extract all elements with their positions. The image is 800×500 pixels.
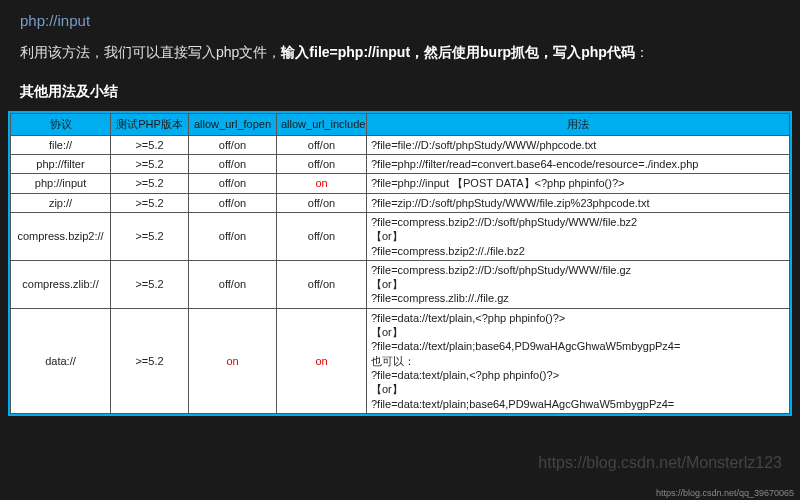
table-row: zip://>=5.2off/onoff/on?file=zip://D:/so… — [11, 193, 790, 212]
cell-include: off/on — [277, 135, 367, 154]
th-proto: 协议 — [11, 113, 111, 135]
cell-fopen: off/on — [189, 174, 277, 193]
table-row: compress.bzip2://>=5.2off/onoff/on?file=… — [11, 212, 790, 260]
cell-include: on — [277, 308, 367, 413]
cell-usage: ?file=php://filter/read=convert.base64-e… — [367, 155, 790, 174]
cell-fopen: off/on — [189, 193, 277, 212]
cell-usage: ?file=php://input 【POST DATA】<?php phpin… — [367, 174, 790, 193]
table-header-row: 协议 测试PHP版本 allow_url_fopen allow_url_inc… — [11, 113, 790, 135]
footer-url: https://blog.csdn.net/qq_39670065 — [656, 488, 794, 498]
cell-usage: ?file=zip://D:/soft/phpStudy/WWW/file.zi… — [367, 193, 790, 212]
cell-fopen: off/on — [189, 212, 277, 260]
table-row: file://>=5.2off/onoff/on?file=file://D:/… — [11, 135, 790, 154]
sub-heading: 其他用法及小结 — [20, 83, 780, 101]
cell-ver: >=5.2 — [111, 155, 189, 174]
cell-fopen: off/on — [189, 155, 277, 174]
protocol-table: 协议 测试PHP版本 allow_url_fopen allow_url_inc… — [10, 113, 790, 414]
cell-ver: >=5.2 — [111, 260, 189, 308]
table-row: php://input>=5.2off/onon?file=php://inpu… — [11, 174, 790, 193]
cell-include: off/on — [277, 193, 367, 212]
cell-proto: php://input — [11, 174, 111, 193]
intro-paragraph: 利用该方法，我们可以直接写入php文件，输入file=php://input，然… — [20, 41, 780, 65]
th-ver: 测试PHP版本 — [111, 113, 189, 135]
cell-ver: >=5.2 — [111, 135, 189, 154]
th-usage: 用法 — [367, 113, 790, 135]
cell-fopen: on — [189, 308, 277, 413]
cell-ver: >=5.2 — [111, 212, 189, 260]
para-text-1: 利用该方法，我们可以直接写入php文件， — [20, 44, 281, 60]
cell-proto: file:// — [11, 135, 111, 154]
cell-proto: zip:// — [11, 193, 111, 212]
cell-fopen: off/on — [189, 260, 277, 308]
cell-proto: compress.bzip2:// — [11, 212, 111, 260]
cell-ver: >=5.2 — [111, 308, 189, 413]
table-row: compress.zlib://>=5.2off/onoff/on?file=c… — [11, 260, 790, 308]
cell-usage: ?file=compress.bzip2://D:/soft/phpStudy/… — [367, 260, 790, 308]
cell-include: off/on — [277, 155, 367, 174]
cell-ver: >=5.2 — [111, 174, 189, 193]
watermark-text: https://blog.csdn.net/Monsterlz123 — [538, 454, 782, 472]
cell-ver: >=5.2 — [111, 193, 189, 212]
cell-include: on — [277, 174, 367, 193]
cell-proto: data:// — [11, 308, 111, 413]
th-include: allow_url_include — [277, 113, 367, 135]
protocol-table-wrap: 协议 测试PHP版本 allow_url_fopen allow_url_inc… — [8, 111, 792, 416]
cell-include: off/on — [277, 212, 367, 260]
cell-usage: ?file=data://text/plain,<?php phpinfo()?… — [367, 308, 790, 413]
section-heading: php://input — [20, 12, 780, 29]
table-row: php://filter>=5.2off/onoff/on?file=php:/… — [11, 155, 790, 174]
cell-usage: ?file=compress.bzip2://D:/soft/phpStudy/… — [367, 212, 790, 260]
cell-fopen: off/on — [189, 135, 277, 154]
cell-proto: php://filter — [11, 155, 111, 174]
para-text-3: ： — [635, 44, 649, 60]
para-bold: 输入file=php://input，然后使用burp抓包，写入php代码 — [281, 44, 634, 60]
cell-proto: compress.zlib:// — [11, 260, 111, 308]
cell-usage: ?file=file://D:/soft/phpStudy/WWW/phpcod… — [367, 135, 790, 154]
table-row: data://>=5.2onon?file=data://text/plain,… — [11, 308, 790, 413]
th-fopen: allow_url_fopen — [189, 113, 277, 135]
cell-include: off/on — [277, 260, 367, 308]
